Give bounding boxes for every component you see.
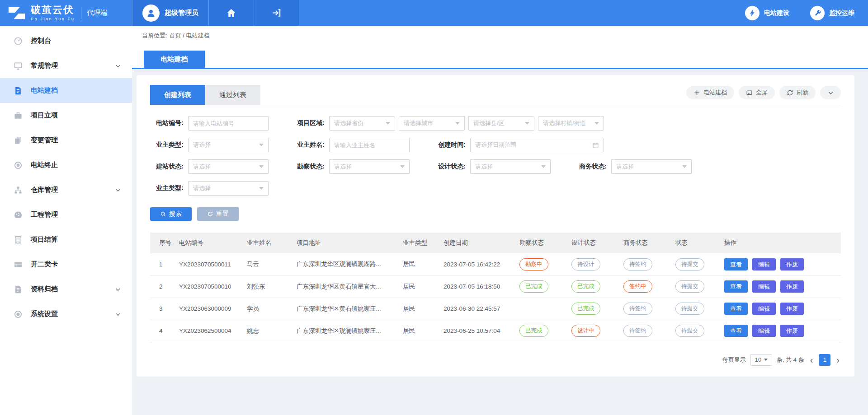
view-button[interactable]: 查看 <box>724 258 748 270</box>
nav-station-build[interactable]: 电站建设 <box>745 6 789 20</box>
copy-icon <box>14 136 23 145</box>
archive-icon <box>14 285 23 294</box>
sidebar-item-data-archive[interactable]: 资料归档 <box>0 277 132 302</box>
status-badge: 已完成 <box>571 280 600 293</box>
sidebar-item-warehouse-management[interactable]: 仓库管理 <box>0 177 132 202</box>
filter-panel: 电站编号: 项目区域: 请选择省份 请选择城市 <box>150 105 841 196</box>
cell-created-date: 2023-06-25 10:57:04 <box>440 320 516 342</box>
edit-button[interactable]: 编辑 <box>752 303 776 315</box>
prev-page-button[interactable]: ‹ <box>809 355 815 364</box>
logout-button[interactable] <box>254 0 299 26</box>
reset-button[interactable]: 重置 <box>197 207 239 221</box>
cell-owner-type: 居民 <box>399 320 440 342</box>
cell-owner-name: 刘强东 <box>243 275 293 298</box>
nav-monitor-ops[interactable]: 监控运维 <box>810 6 854 20</box>
sidebar-item-open-card[interactable]: 开二类卡 <box>0 252 132 277</box>
row-number: 1 <box>150 253 175 275</box>
sitemap-icon <box>14 186 23 195</box>
sidebar-item-system-settings[interactable]: 系统设置 <box>0 302 132 326</box>
edit-button[interactable]: 编辑 <box>752 280 776 293</box>
cell-project-address: 广东深圳龙华区黄石镇姚家庄... <box>293 298 399 320</box>
home-button[interactable] <box>209 0 254 26</box>
tab-passed-list[interactable]: 通过列表 <box>205 85 260 105</box>
status-badge: 已完成 <box>571 303 600 315</box>
tab-create-list[interactable]: 创建列表 <box>150 85 205 105</box>
next-page-button[interactable]: › <box>835 355 841 364</box>
calculator-icon <box>14 235 23 244</box>
sidebar-item-station-termination[interactable]: 电站终止 <box>0 153 132 177</box>
status-badge: 待提交 <box>675 258 704 270</box>
breadcrumb: 当前位置: 首页 / 电站建档 <box>132 26 868 45</box>
document-icon <box>14 86 23 95</box>
void-button[interactable]: 作废 <box>780 325 804 337</box>
void-button[interactable]: 作废 <box>780 258 804 270</box>
page-1-button[interactable]: 1 <box>819 354 830 366</box>
search-button[interactable]: 搜索 <box>150 207 192 221</box>
view-button[interactable]: 查看 <box>724 303 748 315</box>
province-select[interactable]: 请选择省份 <box>329 116 395 131</box>
cell-station-no: YX2023070500010 <box>175 275 243 298</box>
status-badge: 待提交 <box>675 303 704 315</box>
cell-design-status: 已完成 <box>568 275 620 298</box>
card-icon <box>14 260 23 269</box>
business-status-select[interactable]: 请选择 <box>611 159 692 174</box>
sidebar-item-dashboard[interactable]: 控制台 <box>0 28 132 53</box>
sidebar: 控制台 常规管理 电站建档 项目立项 变更管理 电站终止 仓库管理 <box>0 26 132 415</box>
create-time-range-picker[interactable]: 请选择日期范围 <box>470 138 604 152</box>
view-button[interactable]: 查看 <box>724 325 748 337</box>
design-status-select[interactable]: 请选择 <box>470 159 551 174</box>
page-tab-bar: 电站建档 <box>132 45 868 69</box>
status-badge: 设计中 <box>571 325 600 337</box>
build-status-select[interactable]: 请选择 <box>188 159 269 174</box>
sidebar-item-station-archive[interactable]: 电站建档 <box>0 78 132 103</box>
void-button[interactable]: 作废 <box>780 280 804 293</box>
user-menu[interactable]: 超级管理员 <box>132 0 209 26</box>
sidebar-item-general-management[interactable]: 常规管理 <box>0 53 132 78</box>
cell-survey-status: 已完成 <box>516 275 568 298</box>
sidebar-item-change-management[interactable]: 变更管理 <box>0 128 132 153</box>
survey-status-select[interactable]: 请选择 <box>329 159 410 174</box>
refresh-icon <box>787 89 793 96</box>
caret-down-icon <box>259 165 264 168</box>
dashboard-icon <box>14 37 23 46</box>
station-no-input[interactable] <box>188 116 269 131</box>
view-button[interactable]: 查看 <box>724 280 748 293</box>
town-select[interactable]: 请选择村镇/街道 <box>538 116 604 131</box>
cell-station-no: YX2023063000009 <box>175 298 243 320</box>
status-badge: 已完成 <box>519 325 548 337</box>
collapse-toolbar-button[interactable] <box>820 86 841 99</box>
add-station-button[interactable]: 电站建档 <box>686 86 734 99</box>
row-number: 3 <box>150 298 175 320</box>
sidebar-item-project-settlement[interactable]: 项目结算 <box>0 227 132 252</box>
chevron-down-icon <box>115 286 121 293</box>
edit-button[interactable]: 编辑 <box>752 258 776 270</box>
sidebar-item-engineering-management[interactable]: 工程管理 <box>0 202 132 227</box>
caret-down-icon <box>455 122 460 125</box>
calendar-icon <box>592 142 599 149</box>
owner-type-select[interactable]: 请选择 <box>188 138 269 152</box>
status-badge: 勘察中 <box>519 258 548 270</box>
owner-type2-select[interactable]: 请选择 <box>188 181 269 196</box>
county-select[interactable]: 请选择县/区 <box>468 116 534 131</box>
fullscreen-button[interactable]: 全屏 <box>739 86 775 99</box>
edit-button[interactable]: 编辑 <box>752 325 776 337</box>
per-page-select[interactable]: 10 <box>750 354 772 366</box>
cell-survey-status <box>516 298 568 320</box>
void-button[interactable]: 作废 <box>780 303 804 315</box>
city-select[interactable]: 请选择城市 <box>399 116 465 131</box>
sidebar-item-project-initiation[interactable]: 项目立项 <box>0 103 132 128</box>
gauge-icon <box>14 210 23 219</box>
caret-down-icon <box>400 165 405 168</box>
status-badge: 已完成 <box>519 280 548 293</box>
page-tab-station-archive[interactable]: 电站建档 <box>144 51 205 68</box>
owner-name-input[interactable] <box>329 138 410 152</box>
content-card: 创建列表 通过列表 电站建档 全屏 刷新 <box>137 75 854 377</box>
caret-down-icon <box>259 144 264 146</box>
list-tabs: 创建列表 通过列表 <box>150 85 260 105</box>
wrench-icon <box>810 6 825 20</box>
chevron-down-icon <box>115 63 121 69</box>
row-number: 4 <box>150 320 175 342</box>
refresh-button[interactable]: 刷新 <box>779 86 816 99</box>
cell-design-status: 待设计 <box>568 253 620 275</box>
cell-status: 待提交 <box>672 320 721 342</box>
